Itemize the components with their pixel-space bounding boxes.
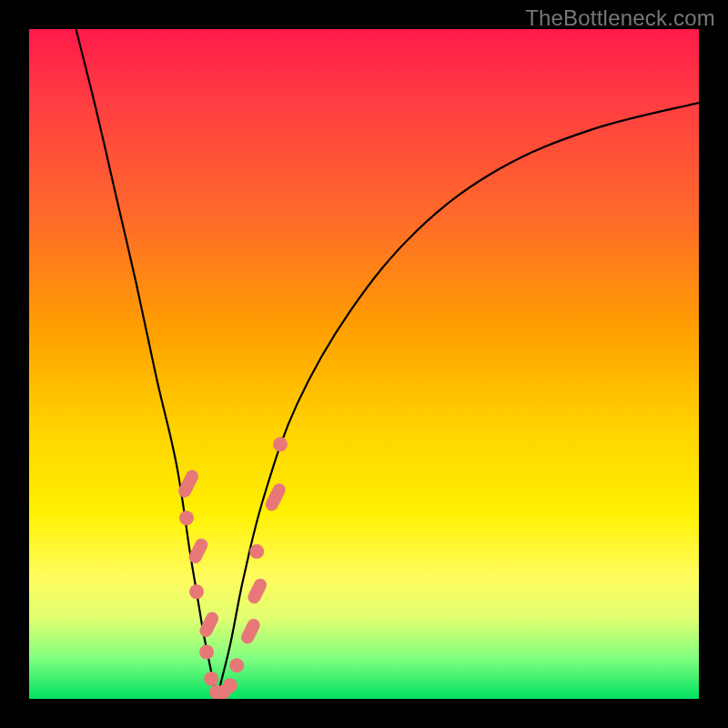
data-marker — [239, 617, 262, 646]
data-marker — [199, 644, 214, 659]
watermark-text: TheBottleneck.com — [525, 5, 715, 31]
data-marker — [246, 576, 268, 605]
data-marker — [189, 584, 204, 599]
data-marker — [179, 511, 194, 525]
data-marker — [229, 658, 244, 672]
plot-area — [29, 29, 699, 699]
data-marker — [273, 437, 288, 451]
data-marker — [204, 672, 218, 686]
chart-container: TheBottleneck.com — [0, 0, 728, 728]
chart-svg — [29, 29, 699, 699]
data-marker — [249, 544, 264, 559]
data-marker — [223, 678, 238, 693]
right-curve-line — [217, 103, 699, 699]
